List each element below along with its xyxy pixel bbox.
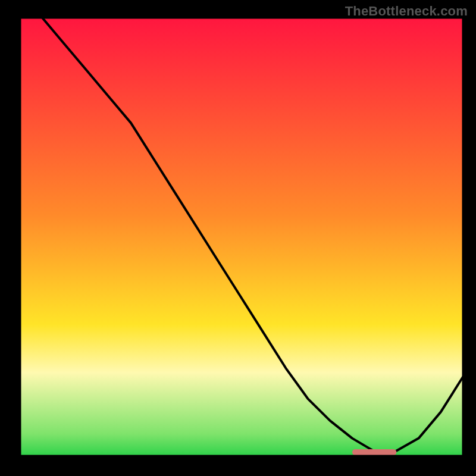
minimum-marker — [352, 449, 396, 455]
plot-area — [20, 18, 463, 456]
bottleneck-chart — [0, 0, 476, 476]
watermark-text: TheBottleneck.com — [345, 4, 468, 19]
chart-container: TheBottleneck.com — [0, 0, 476, 476]
